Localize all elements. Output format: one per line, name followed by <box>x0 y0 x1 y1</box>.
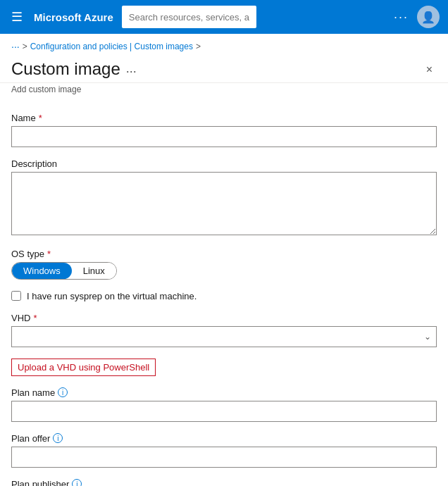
topbar: ☰ Microsoft Azure ··· 👤 <box>0 0 448 34</box>
vhd-select-wrapper: ⌄ <box>11 326 437 347</box>
plan-offer-group: Plan offer i <box>11 433 437 468</box>
description-group: Description <box>11 158 437 237</box>
avatar[interactable]: 👤 <box>417 6 440 28</box>
plan-publisher-info-icon[interactable]: i <box>72 479 82 486</box>
sysprep-group: I have run sysprep on the virtual machin… <box>11 291 437 301</box>
page-title-more-icon[interactable]: ··· <box>126 64 137 79</box>
os-type-group: OS type * Windows Linux <box>11 249 437 280</box>
page-title: Custom image <box>11 59 120 80</box>
os-linux-button[interactable]: Linux <box>72 263 116 279</box>
search-input[interactable] <box>122 6 256 28</box>
plan-name-info-icon[interactable]: i <box>58 387 68 397</box>
vhd-label: VHD * <box>11 313 437 323</box>
breadcrumb-link[interactable]: Configuration and policies | Custom imag… <box>30 42 193 51</box>
description-label: Description <box>11 158 437 169</box>
plan-offer-info-icon[interactable]: i <box>53 433 63 443</box>
plan-name-group: Plan name i <box>11 387 437 422</box>
vhd-select[interactable] <box>11 326 437 347</box>
os-type-label: OS type * <box>11 249 437 259</box>
name-input[interactable] <box>11 126 437 147</box>
description-input[interactable] <box>11 172 437 235</box>
sysprep-checkbox[interactable] <box>11 291 21 301</box>
vhd-required: * <box>33 313 37 323</box>
app-logo: Microsoft Azure <box>34 11 113 23</box>
plan-publisher-group: Plan publisher i <box>11 479 437 486</box>
close-button[interactable]: × <box>422 62 437 77</box>
plan-offer-input[interactable] <box>11 447 437 468</box>
hamburger-icon[interactable]: ☰ <box>8 6 25 27</box>
vhd-group: VHD * ⌄ <box>11 313 437 347</box>
name-group: Name * <box>11 113 437 147</box>
sysprep-label: I have run sysprep on the virtual machin… <box>27 291 197 301</box>
plan-offer-label: Plan offer i <box>11 433 437 444</box>
upload-vhd-link[interactable]: Upload a VHD using PowerShell <box>11 359 156 376</box>
os-windows-button[interactable]: Windows <box>12 263 72 279</box>
topbar-more-icon[interactable]: ··· <box>394 10 409 25</box>
form-area: Name * Description OS type * Windows Lin… <box>0 101 448 486</box>
plan-publisher-label: Plan publisher i <box>11 479 437 486</box>
page-subtitle: Add custom image <box>0 83 448 101</box>
breadcrumb: ··· > Configuration and policies | Custo… <box>0 34 448 56</box>
page-header: Custom image ··· × <box>0 56 448 83</box>
avatar-icon: 👤 <box>421 11 435 24</box>
breadcrumb-sep-1: > <box>23 42 27 51</box>
main-content: ··· > Configuration and policies | Custo… <box>0 34 448 486</box>
os-type-toggle: Windows Linux <box>11 262 117 280</box>
name-label: Name * <box>11 113 437 123</box>
os-type-required: * <box>47 249 51 259</box>
name-required: * <box>39 113 42 123</box>
plan-name-label: Plan name i <box>11 387 437 398</box>
breadcrumb-dots[interactable]: ··· <box>11 41 20 52</box>
plan-name-input[interactable] <box>11 401 437 422</box>
breadcrumb-sep-2: > <box>196 42 201 51</box>
